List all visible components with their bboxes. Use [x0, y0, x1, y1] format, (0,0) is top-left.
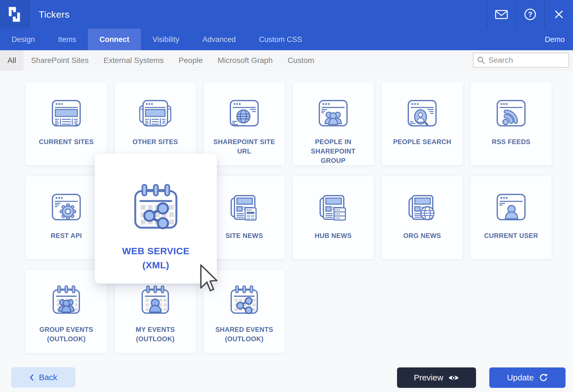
card-label: SHARED EVENTS (OUTLOOK): [209, 325, 280, 344]
filter-microsoft-graph[interactable]: Microsoft Graph: [210, 50, 280, 70]
close-icon: [553, 8, 565, 20]
page-title: Tickers: [39, 9, 70, 20]
logo-icon: [8, 6, 21, 22]
card-label: CURRENT SITES: [39, 137, 94, 147]
card-current-sites[interactable]: CURRENT SITES: [25, 82, 107, 166]
tab-items[interactable]: Items: [46, 29, 88, 50]
calendar-share-icon: [130, 183, 182, 234]
calendar-share-icon: [228, 285, 261, 317]
browser-stack-icon: [139, 97, 172, 129]
filter-custom[interactable]: Custom: [280, 50, 322, 70]
help-button[interactable]: [516, 0, 544, 29]
filter-external-systems[interactable]: External Systems: [96, 50, 171, 70]
title-bar: Tickers: [0, 0, 573, 29]
tab-custom-css[interactable]: Custom CSS: [247, 29, 314, 50]
app-logo: [0, 0, 29, 29]
help-icon: [524, 8, 537, 21]
card-people-search[interactable]: PEOPLE SEARCH: [381, 82, 463, 166]
update-button-label: Update: [507, 373, 534, 382]
tab-bar: Design Items Connect Visibility Advanced…: [0, 29, 573, 50]
card-label: OTHER SITES: [133, 137, 178, 147]
tab-connect[interactable]: Connect: [88, 29, 141, 50]
browser-news-icon: [50, 97, 83, 129]
eye-icon: [448, 374, 459, 382]
browser-globe-icon: [228, 97, 261, 129]
header-actions: [487, 0, 573, 29]
mail-icon: [495, 9, 508, 20]
card-sharepoint-site-url[interactable]: SHAREPOINT SITE URL: [203, 82, 285, 166]
card-label: REST API: [51, 231, 82, 240]
card-label: PEOPLE SEARCH: [393, 137, 451, 147]
card-org-news[interactable]: ORG NEWS: [381, 176, 463, 259]
card-label: ORG NEWS: [403, 231, 441, 240]
card-label: RSS FEEDS: [492, 137, 530, 147]
back-button-label: Back: [39, 373, 57, 382]
filter-all[interactable]: All: [0, 50, 23, 70]
card-label: PEOPLE IN SHAREPOINT GROUP: [298, 137, 369, 165]
refresh-icon: [539, 373, 548, 382]
filter-list: All SharePoint Sites External Systems Pe…: [0, 50, 322, 70]
back-button[interactable]: Back: [11, 367, 75, 388]
card-label: SITE NEWS: [225, 231, 263, 240]
search-input[interactable]: [488, 55, 565, 65]
browser-user-icon: [495, 191, 527, 223]
close-button[interactable]: [544, 0, 573, 29]
newspaper-server-icon: [317, 191, 349, 223]
card-people-in-sharepoint-group[interactable]: PEOPLE IN SHAREPOINT GROUP: [292, 82, 374, 166]
demo-button[interactable]: Demo: [545, 29, 573, 50]
tab-advanced[interactable]: Advanced: [191, 29, 247, 50]
filter-sharepoint-sites[interactable]: SharePoint Sites: [23, 50, 96, 70]
tab-visibility[interactable]: Visibility: [141, 29, 191, 50]
calendar-person-icon: [139, 285, 172, 317]
preview-button-label: Preview: [414, 373, 443, 382]
search-box[interactable]: [473, 53, 569, 68]
browser-person-search-icon: [406, 97, 438, 129]
chevron-left-icon: [29, 374, 34, 381]
card-label: HUB NEWS: [315, 231, 352, 240]
card-label: MY EVENTS (OUTLOOK): [120, 325, 191, 344]
card-web-service-xml[interactable]: WEB SERVICE (XML): [95, 153, 217, 284]
card-label: WEB SERVICE (XML): [114, 244, 197, 272]
card-group-events-outlook[interactable]: GROUP EVENTS (OUTLOOK): [25, 269, 107, 353]
preview-button[interactable]: Preview: [397, 367, 476, 388]
browser-gear-icon: [50, 191, 83, 223]
card-rss-feeds[interactable]: RSS FEEDS: [470, 82, 552, 166]
browser-people-icon: [317, 97, 349, 129]
calendar-people-icon: [50, 285, 83, 317]
tab-list: Design Items Connect Visibility Advanced…: [0, 29, 314, 50]
card-label: GROUP EVENTS (OUTLOOK): [31, 325, 102, 344]
card-current-user[interactable]: CURRENT USER: [470, 176, 552, 259]
newspaper-panel-icon: [228, 191, 261, 223]
card-label: SHAREPOINT SITE URL: [209, 137, 280, 156]
search-icon: [477, 56, 485, 64]
browser-rss-icon: [495, 97, 527, 129]
newspaper-globe-icon: [406, 191, 438, 223]
tab-design[interactable]: Design: [0, 29, 46, 50]
card-other-sites[interactable]: OTHER SITES: [114, 82, 196, 166]
update-button[interactable]: Update: [489, 367, 566, 388]
filter-bar: All SharePoint Sites External Systems Pe…: [0, 50, 573, 71]
card-hub-news[interactable]: HUB NEWS: [292, 176, 374, 259]
mail-button[interactable]: [487, 0, 516, 29]
card-label: CURRENT USER: [484, 231, 538, 240]
filter-people[interactable]: People: [171, 50, 210, 70]
